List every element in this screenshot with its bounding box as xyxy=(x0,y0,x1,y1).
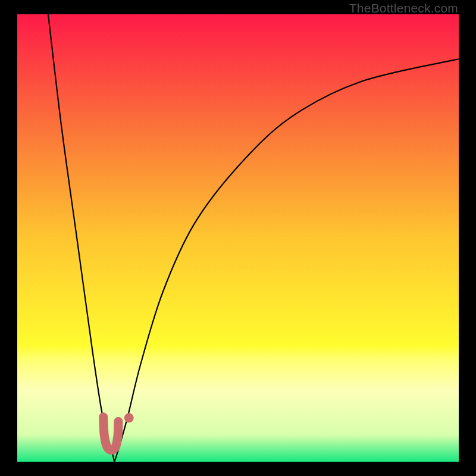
watermark-text: TheBottleneck.com xyxy=(349,1,458,15)
outer-frame: TheBottleneck.com xyxy=(0,0,476,476)
svg-point-1 xyxy=(124,413,134,422)
optimum-marker xyxy=(17,14,459,462)
plot-area xyxy=(17,14,459,462)
